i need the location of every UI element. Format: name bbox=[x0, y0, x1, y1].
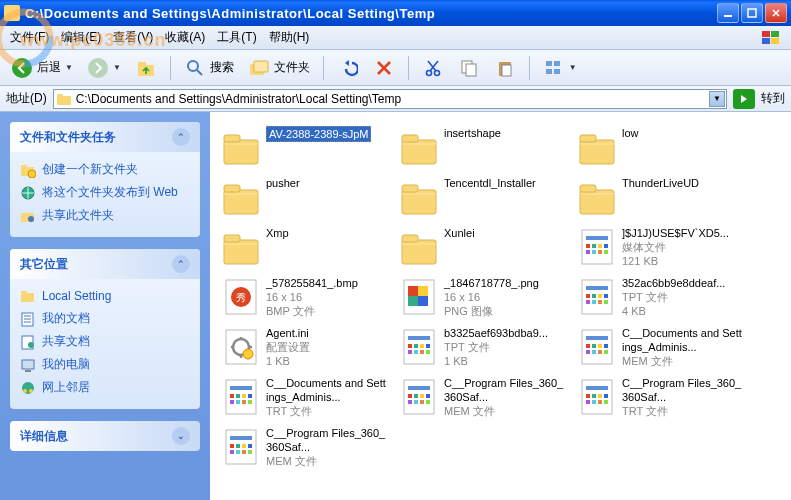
file-item[interactable]: Xmp bbox=[214, 222, 392, 272]
panel-details: 详细信息 ⌄ bbox=[10, 421, 200, 451]
separator bbox=[529, 56, 530, 80]
svg-rect-73 bbox=[408, 286, 418, 296]
file-meta: PNG 图像 bbox=[444, 304, 564, 318]
generic-icon bbox=[576, 276, 618, 318]
place-label: 共享文档 bbox=[42, 333, 90, 350]
svg-rect-148 bbox=[242, 450, 246, 454]
file-item[interactable]: C__Documents and Settings_Adminis... TRT… bbox=[214, 372, 392, 422]
svg-rect-84 bbox=[592, 300, 596, 304]
file-item[interactable]: C__Program Files_360_360Saf... TRT 文件 bbox=[570, 372, 748, 422]
maximize-button[interactable] bbox=[741, 3, 763, 23]
mem-icon bbox=[220, 426, 262, 468]
address-dropdown[interactable]: ▼ bbox=[709, 91, 725, 107]
folder-icon bbox=[576, 176, 618, 218]
folders-button[interactable]: 文件夹 bbox=[243, 54, 315, 82]
file-item[interactable]: ]$J1J)USE$FV`XD5... 媒体文件121 KB bbox=[570, 222, 748, 272]
file-meta: 4 KB bbox=[622, 304, 742, 318]
place-link-3[interactable]: 我的电脑 bbox=[20, 353, 190, 376]
address-input[interactable] bbox=[53, 89, 727, 109]
file-name: _578255841_.bmp bbox=[266, 276, 386, 290]
file-list[interactable]: AV-2388-2389-sJpM insertshape low pusher bbox=[210, 112, 791, 500]
file-name: ThunderLiveUD bbox=[622, 176, 742, 190]
file-item[interactable]: C__Program Files_360_360Saf... MEM 文件 bbox=[392, 372, 570, 422]
panel-header[interactable]: 文件和文件夹任务 ⌃ bbox=[10, 122, 200, 152]
svg-rect-66 bbox=[592, 250, 596, 254]
task-link-2[interactable]: 共享此文件夹 bbox=[20, 204, 190, 227]
window-title: C:\Documents and Settings\Administrator\… bbox=[25, 6, 715, 21]
place-link-4[interactable]: 网上邻居 bbox=[20, 376, 190, 399]
svg-rect-20 bbox=[502, 65, 511, 76]
close-button[interactable] bbox=[765, 3, 787, 23]
panel-header[interactable]: 详细信息 ⌄ bbox=[10, 421, 200, 451]
file-item[interactable]: insertshape bbox=[392, 122, 570, 172]
up-button[interactable] bbox=[130, 54, 162, 82]
delete-button[interactable] bbox=[368, 54, 400, 82]
svg-rect-7 bbox=[771, 38, 779, 44]
file-item[interactable]: C__Program Files_360_360Saf... MEM 文件 bbox=[214, 422, 392, 472]
svg-rect-86 bbox=[604, 300, 608, 304]
forward-button[interactable]: ▼ bbox=[82, 54, 126, 82]
file-name: AV-2388-2389-sJpM bbox=[266, 126, 371, 142]
file-item[interactable]: Xunlei bbox=[392, 222, 570, 272]
file-item[interactable]: AV-2388-2389-sJpM bbox=[214, 122, 392, 172]
folders-label: 文件夹 bbox=[274, 59, 310, 76]
bmp-icon: 秀 bbox=[220, 276, 262, 318]
svg-rect-125 bbox=[426, 394, 430, 398]
minimize-button[interactable] bbox=[717, 3, 739, 23]
place-link-2[interactable]: 共享文档 bbox=[20, 330, 190, 353]
task-label: 共享此文件夹 bbox=[42, 207, 114, 224]
back-label: 后退 bbox=[37, 59, 61, 76]
file-item[interactable]: low bbox=[570, 122, 748, 172]
menu-edit[interactable]: 编辑(E) bbox=[55, 26, 107, 49]
file-item[interactable]: Tencentdl_Installer bbox=[392, 172, 570, 222]
file-item[interactable]: ThunderLiveUD bbox=[570, 172, 748, 222]
ini-icon bbox=[220, 326, 262, 368]
paste-button[interactable] bbox=[489, 54, 521, 82]
file-item[interactable]: 秀 _578255841_.bmp 16 x 16BMP 文件 bbox=[214, 272, 392, 322]
svg-rect-64 bbox=[604, 244, 608, 248]
cut-button[interactable] bbox=[417, 54, 449, 82]
file-item[interactable]: Agent.ini 配置设置1 KB bbox=[214, 322, 392, 372]
menubar: 文件(F) 编辑(E) 查看(V) 收藏(A) 工具(T) 帮助(H) bbox=[0, 26, 791, 50]
views-button[interactable]: ▼ bbox=[538, 54, 582, 82]
place-link-1[interactable]: 我的文档 bbox=[20, 307, 190, 330]
forward-icon bbox=[87, 57, 109, 79]
menu-help[interactable]: 帮助(H) bbox=[263, 26, 316, 49]
panel-header[interactable]: 其它位置 ⌃ bbox=[10, 249, 200, 279]
file-item[interactable]: _1846718778_.png 16 x 16PNG 图像 bbox=[392, 272, 570, 322]
file-item[interactable]: b3325aef693bdba9... TPT 文件1 KB bbox=[392, 322, 570, 372]
svg-point-89 bbox=[243, 349, 253, 359]
task-link-1[interactable]: 将这个文件夹发布到 Web bbox=[20, 181, 190, 204]
address-label: 地址(D) bbox=[6, 90, 47, 107]
file-name: C__Documents and Settings_Adminis... bbox=[266, 376, 386, 404]
task-link-0[interactable]: 创建一个新文件夹 bbox=[20, 158, 190, 181]
back-button[interactable]: 后退 ▼ bbox=[6, 54, 78, 82]
file-item[interactable]: C__Documents and Settings_Adminis... MEM… bbox=[570, 322, 748, 372]
place-link-0[interactable]: Local Setting bbox=[20, 285, 190, 307]
menu-favorites[interactable]: 收藏(A) bbox=[159, 26, 211, 49]
file-name: Tencentdl_Installer bbox=[444, 176, 564, 190]
svg-rect-2 bbox=[724, 15, 732, 17]
go-button[interactable] bbox=[733, 89, 755, 109]
svg-rect-142 bbox=[230, 444, 234, 448]
svg-rect-60 bbox=[586, 236, 608, 240]
menu-tools[interactable]: 工具(T) bbox=[211, 26, 262, 49]
place-label: 我的电脑 bbox=[42, 356, 90, 373]
svg-rect-122 bbox=[408, 394, 412, 398]
file-item[interactable]: pusher bbox=[214, 172, 392, 222]
svg-rect-80 bbox=[592, 294, 596, 298]
menu-file[interactable]: 文件(F) bbox=[4, 26, 55, 49]
separator bbox=[170, 56, 171, 80]
file-meta: 16 x 16 bbox=[444, 290, 564, 304]
svg-rect-144 bbox=[242, 444, 246, 448]
svg-rect-83 bbox=[586, 300, 590, 304]
search-button[interactable]: 搜索 bbox=[179, 54, 239, 82]
undo-button[interactable] bbox=[332, 54, 364, 82]
copy-button[interactable] bbox=[453, 54, 485, 82]
file-item[interactable]: 352ac6bb9e8ddeaf... TPT 文件4 KB bbox=[570, 272, 748, 322]
svg-rect-99 bbox=[426, 350, 430, 354]
menu-view[interactable]: 查看(V) bbox=[107, 26, 159, 49]
svg-rect-34 bbox=[21, 291, 27, 294]
svg-rect-103 bbox=[592, 344, 596, 348]
svg-rect-50 bbox=[224, 185, 240, 192]
